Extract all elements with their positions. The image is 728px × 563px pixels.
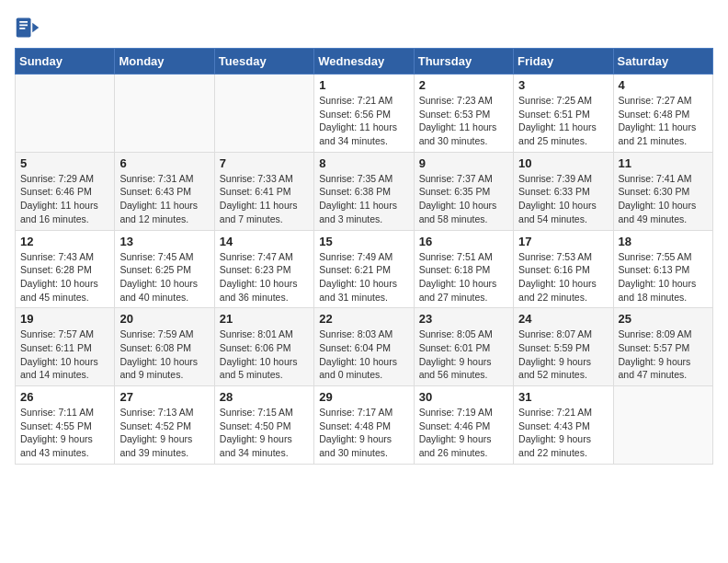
day-info: Sunrise: 7:31 AM Sunset: 6:43 PM Dayligh… <box>119 172 209 226</box>
day-info: Sunrise: 7:17 AM Sunset: 4:48 PM Dayligh… <box>319 406 408 460</box>
day-info: Sunrise: 8:09 AM Sunset: 5:57 PM Dayligh… <box>619 327 708 382</box>
calendar-cell: 31Sunrise: 7:21 AM Sunset: 4:43 PM Dayli… <box>514 386 613 465</box>
weekday-header-saturday: Saturday <box>613 49 712 75</box>
calendar-cell: 1Sunrise: 7:21 AM Sunset: 6:56 PM Daylig… <box>314 75 414 153</box>
svg-rect-1 <box>19 21 28 23</box>
day-number: 29 <box>319 390 408 404</box>
calendar-cell: 17Sunrise: 7:53 AM Sunset: 6:16 PM Dayli… <box>514 230 613 308</box>
day-number: 10 <box>518 156 608 170</box>
calendar-cell: 19Sunrise: 7:57 AM Sunset: 6:11 PM Dayli… <box>16 308 115 386</box>
day-info: Sunrise: 7:47 AM Sunset: 6:23 PM Dayligh… <box>220 250 309 304</box>
day-info: Sunrise: 7:57 AM Sunset: 6:11 PM Dayligh… <box>20 327 109 382</box>
day-info: Sunrise: 7:15 AM Sunset: 4:50 PM Dayligh… <box>220 406 309 460</box>
day-info: Sunrise: 7:21 AM Sunset: 6:56 PM Dayligh… <box>319 94 408 148</box>
weekday-header-friday: Friday <box>514 49 613 75</box>
day-info: Sunrise: 7:11 AM Sunset: 4:55 PM Dayligh… <box>20 406 109 460</box>
calendar-cell <box>115 75 214 153</box>
day-info: Sunrise: 8:03 AM Sunset: 6:04 PM Dayligh… <box>319 327 408 382</box>
day-info: Sunrise: 7:19 AM Sunset: 4:46 PM Dayligh… <box>419 406 508 460</box>
calendar-cell: 5Sunrise: 7:29 AM Sunset: 6:46 PM Daylig… <box>16 152 115 230</box>
calendar-cell: 11Sunrise: 7:41 AM Sunset: 6:30 PM Dayli… <box>613 152 712 230</box>
logo-icon <box>15 15 40 40</box>
calendar-week-3: 19Sunrise: 7:57 AM Sunset: 6:11 PM Dayli… <box>16 308 713 386</box>
calendar-cell: 2Sunrise: 7:23 AM Sunset: 6:53 PM Daylig… <box>414 75 513 153</box>
day-info: Sunrise: 7:41 AM Sunset: 6:30 PM Dayligh… <box>619 172 708 226</box>
day-info: Sunrise: 7:27 AM Sunset: 6:48 PM Dayligh… <box>619 94 708 148</box>
day-info: Sunrise: 7:39 AM Sunset: 6:33 PM Dayligh… <box>518 172 608 226</box>
day-info: Sunrise: 7:25 AM Sunset: 6:51 PM Dayligh… <box>518 94 608 148</box>
calendar-cell: 22Sunrise: 8:03 AM Sunset: 6:04 PM Dayli… <box>314 308 414 386</box>
day-number: 6 <box>119 156 209 170</box>
calendar-cell: 23Sunrise: 8:05 AM Sunset: 6:01 PM Dayli… <box>414 308 513 386</box>
day-number: 23 <box>419 312 508 326</box>
calendar-cell: 15Sunrise: 7:49 AM Sunset: 6:21 PM Dayli… <box>314 230 414 308</box>
day-number: 2 <box>419 78 508 92</box>
calendar-cell: 8Sunrise: 7:35 AM Sunset: 6:38 PM Daylig… <box>314 152 414 230</box>
day-number: 19 <box>20 312 109 326</box>
calendar-cell: 30Sunrise: 7:19 AM Sunset: 4:46 PM Dayli… <box>414 386 513 465</box>
weekday-header-monday: Monday <box>115 49 214 75</box>
calendar-cell: 4Sunrise: 7:27 AM Sunset: 6:48 PM Daylig… <box>613 75 712 153</box>
day-number: 1 <box>319 78 408 92</box>
calendar-cell: 7Sunrise: 7:33 AM Sunset: 6:41 PM Daylig… <box>214 152 313 230</box>
calendar-cell: 27Sunrise: 7:13 AM Sunset: 4:52 PM Dayli… <box>115 386 214 465</box>
calendar-cell: 6Sunrise: 7:31 AM Sunset: 6:43 PM Daylig… <box>115 152 214 230</box>
page-header <box>15 15 713 40</box>
day-number: 31 <box>518 390 608 404</box>
day-number: 13 <box>119 235 209 248</box>
calendar-cell <box>16 75 115 153</box>
calendar-cell: 21Sunrise: 8:01 AM Sunset: 6:06 PM Dayli… <box>214 308 313 386</box>
day-info: Sunrise: 7:23 AM Sunset: 6:53 PM Dayligh… <box>419 94 508 148</box>
day-number: 18 <box>619 235 708 248</box>
day-number: 28 <box>220 390 309 404</box>
calendar-cell: 12Sunrise: 7:43 AM Sunset: 6:28 PM Dayli… <box>16 230 115 308</box>
day-info: Sunrise: 7:59 AM Sunset: 6:08 PM Dayligh… <box>119 327 209 382</box>
day-number: 15 <box>319 235 408 248</box>
calendar-cell: 9Sunrise: 7:37 AM Sunset: 6:35 PM Daylig… <box>414 152 513 230</box>
day-number: 30 <box>419 390 508 404</box>
weekday-header-sunday: Sunday <box>16 49 115 75</box>
calendar-cell: 3Sunrise: 7:25 AM Sunset: 6:51 PM Daylig… <box>514 75 613 153</box>
day-number: 25 <box>619 312 708 326</box>
calendar-cell: 13Sunrise: 7:45 AM Sunset: 6:25 PM Dayli… <box>115 230 214 308</box>
day-number: 22 <box>319 312 408 326</box>
day-info: Sunrise: 7:45 AM Sunset: 6:25 PM Dayligh… <box>119 250 209 304</box>
calendar-week-2: 12Sunrise: 7:43 AM Sunset: 6:28 PM Dayli… <box>16 230 713 308</box>
calendar-cell: 29Sunrise: 7:17 AM Sunset: 4:48 PM Dayli… <box>314 386 414 465</box>
day-info: Sunrise: 7:35 AM Sunset: 6:38 PM Dayligh… <box>319 172 408 226</box>
day-info: Sunrise: 7:37 AM Sunset: 6:35 PM Dayligh… <box>419 172 508 226</box>
day-info: Sunrise: 7:29 AM Sunset: 6:46 PM Dayligh… <box>20 172 109 226</box>
day-number: 9 <box>419 156 508 170</box>
day-number: 26 <box>20 390 109 404</box>
weekday-header-tuesday: Tuesday <box>214 49 313 75</box>
day-info: Sunrise: 7:33 AM Sunset: 6:41 PM Dayligh… <box>220 172 309 226</box>
day-number: 16 <box>419 235 508 248</box>
day-number: 24 <box>518 312 608 326</box>
calendar-cell: 20Sunrise: 7:59 AM Sunset: 6:08 PM Dayli… <box>115 308 214 386</box>
day-number: 12 <box>20 235 109 248</box>
logo <box>15 15 42 40</box>
calendar-table: SundayMondayTuesdayWednesdayThursdayFrid… <box>15 48 713 465</box>
calendar-cell: 14Sunrise: 7:47 AM Sunset: 6:23 PM Dayli… <box>214 230 313 308</box>
day-info: Sunrise: 8:01 AM Sunset: 6:06 PM Dayligh… <box>220 327 309 382</box>
day-number: 5 <box>20 156 109 170</box>
calendar-cell: 26Sunrise: 7:11 AM Sunset: 4:55 PM Dayli… <box>16 386 115 465</box>
day-number: 4 <box>619 78 708 92</box>
calendar-week-0: 1Sunrise: 7:21 AM Sunset: 6:56 PM Daylig… <box>16 75 713 153</box>
day-info: Sunrise: 7:55 AM Sunset: 6:13 PM Dayligh… <box>619 250 708 304</box>
day-info: Sunrise: 7:13 AM Sunset: 4:52 PM Dayligh… <box>119 406 209 460</box>
day-info: Sunrise: 8:07 AM Sunset: 5:59 PM Dayligh… <box>518 327 608 382</box>
day-number: 3 <box>518 78 608 92</box>
day-info: Sunrise: 7:49 AM Sunset: 6:21 PM Dayligh… <box>319 250 408 304</box>
day-number: 20 <box>119 312 209 326</box>
calendar-cell: 24Sunrise: 8:07 AM Sunset: 5:59 PM Dayli… <box>514 308 613 386</box>
day-number: 14 <box>220 235 309 248</box>
calendar-week-4: 26Sunrise: 7:11 AM Sunset: 4:55 PM Dayli… <box>16 386 713 465</box>
calendar-cell: 18Sunrise: 7:55 AM Sunset: 6:13 PM Dayli… <box>613 230 712 308</box>
day-number: 17 <box>518 235 608 248</box>
calendar-week-1: 5Sunrise: 7:29 AM Sunset: 6:46 PM Daylig… <box>16 152 713 230</box>
day-info: Sunrise: 7:53 AM Sunset: 6:16 PM Dayligh… <box>518 250 608 304</box>
day-number: 8 <box>319 156 408 170</box>
calendar-cell: 28Sunrise: 7:15 AM Sunset: 4:50 PM Dayli… <box>214 386 313 465</box>
day-info: Sunrise: 8:05 AM Sunset: 6:01 PM Dayligh… <box>419 327 508 382</box>
